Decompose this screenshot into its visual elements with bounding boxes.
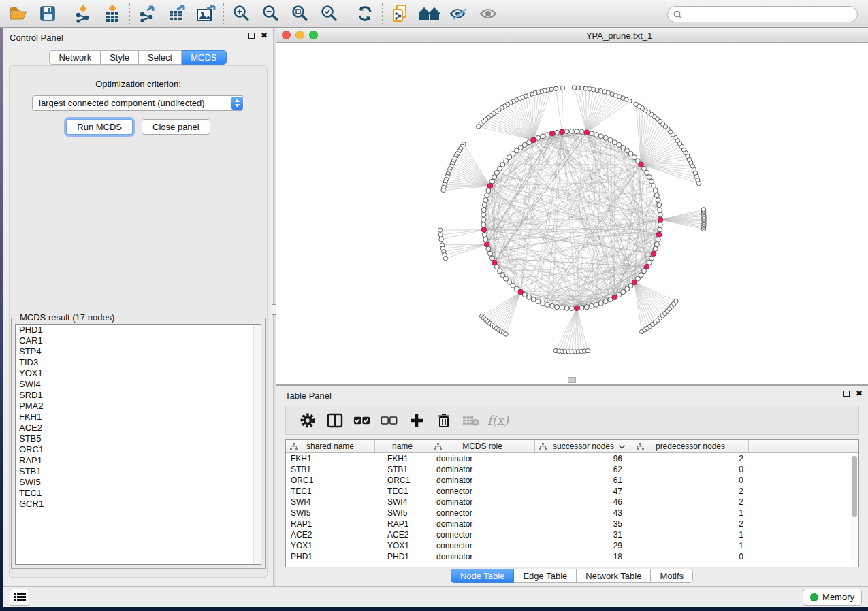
mcds-node[interactable] [632,280,637,285]
table-cell[interactable]: dominator [430,464,535,475]
home-panels-button[interactable] [415,2,444,25]
column-header-predecessor-nodes[interactable]: predecessor nodes [632,440,749,453]
table-cell[interactable]: PHD1 [375,551,430,562]
canvas-splitter-handle[interactable] [568,377,576,383]
zoom-in-button[interactable] [227,2,256,25]
graph-node[interactable] [504,332,508,336]
mcds-result-item[interactable]: STB1 [16,466,261,477]
graph-node[interactable] [564,306,569,310]
table-row[interactable]: ACE2ACE2connector311 [286,529,858,540]
table-cell[interactable]: FKH1 [286,453,375,464]
graph-node[interactable] [485,193,489,198]
function-builder-button[interactable]: f(x) [489,412,507,429]
table-cell[interactable]: 18 [535,551,632,562]
graph-node[interactable] [598,301,603,306]
table-cell[interactable]: SWI4 [375,497,430,508]
mcds-result-item[interactable]: SRD1 [16,390,261,401]
zoom-selected-button[interactable] [315,2,344,25]
column-header-name[interactable]: name [375,440,430,453]
graph-node[interactable] [603,299,608,304]
tab-select[interactable]: Select [139,50,182,65]
table-cell[interactable]: RAP1 [286,518,375,529]
table-cell[interactable]: SWI4 [286,497,375,508]
table-cell[interactable]: connector [430,540,535,551]
graph-node[interactable] [654,193,659,198]
mcds-node[interactable] [531,137,536,143]
table-row[interactable]: FKH1FKH1dominator962 [286,453,858,464]
table-cell[interactable]: TEC1 [375,486,430,497]
search-input[interactable] [686,10,857,19]
graph-node[interactable] [634,102,638,106]
graph-node[interactable] [584,305,589,310]
table-cell[interactable]: ACE2 [286,529,375,540]
graph-node[interactable] [481,208,486,212]
table-cell[interactable]: 2 [632,453,749,464]
graph-node[interactable] [649,256,654,261]
mcds-node[interactable] [584,130,590,135]
mcds-node[interactable] [518,289,524,295]
graph-node[interactable] [674,299,678,303]
import-table-button[interactable] [97,2,127,25]
graph-node[interactable] [658,227,662,232]
mcds-node[interactable] [644,264,649,269]
table-cell[interactable]: connector [430,529,535,540]
mcds-result-item[interactable]: PHD1 [16,325,261,335]
global-search-field[interactable] [667,6,858,22]
select-all-button[interactable] [353,412,370,429]
graph-node[interactable] [531,297,536,302]
graph-node[interactable] [639,273,643,278]
column-header-mcds-role[interactable]: MCDS role [430,440,535,453]
show-all-button[interactable] [473,2,502,25]
graph-node[interactable] [536,299,541,304]
graph-node[interactable] [483,237,488,242]
table-cell[interactable]: 43 [535,508,632,518]
mcds-result-item[interactable]: YOX1 [16,368,261,379]
close-panel-icon[interactable]: ✖ [261,33,268,39]
import-network-button[interactable] [68,2,97,25]
graph-node[interactable] [555,305,560,310]
mcds-node[interactable] [658,217,663,222]
graph-node[interactable] [575,129,579,134]
float-panel-icon[interactable] [248,33,255,39]
graph-node[interactable] [658,222,662,227]
table-row[interactable]: PHD1PHD1dominator180 [286,551,858,562]
graph-node[interactable] [482,232,487,237]
mcds-result-item[interactable]: CAR1 [16,335,261,346]
window-minimize-icon[interactable] [295,31,304,39]
tab-motifs[interactable]: Motifs [651,569,693,583]
graph-node[interactable] [487,251,492,256]
graph-node[interactable] [656,237,660,242]
network-canvas[interactable] [276,43,868,384]
graph-node[interactable] [481,222,486,227]
graph-node[interactable] [527,295,532,299]
mcds-result-item[interactable]: ACE2 [16,423,261,433]
graph-node[interactable] [481,212,486,217]
mcds-result-item[interactable]: SWI5 [16,477,261,488]
mcds-node[interactable] [612,295,617,300]
task-history-button[interactable] [10,589,29,606]
float-table-panel-icon[interactable] [843,391,850,397]
table-cell[interactable]: SWI5 [286,508,375,518]
graph-node[interactable] [553,86,558,90]
graph-node[interactable] [518,146,523,150]
deselect-all-button[interactable] [381,412,398,429]
table-cell[interactable]: dominator [430,551,535,562]
graph-node[interactable] [570,306,575,311]
mcds-node[interactable] [656,232,662,237]
mcds-list-scrollbar[interactable] [253,325,261,564]
tab-network-table[interactable]: Network Table [577,569,651,583]
delete-column-button[interactable] [435,412,452,429]
table-cell[interactable]: 1 [632,540,749,551]
table-row[interactable]: SWI5SWI5connector431 [286,508,858,518]
graph-node[interactable] [654,242,659,247]
graph-node[interactable] [570,129,575,134]
graph-node[interactable] [477,125,481,129]
table-cell[interactable]: PHD1 [286,551,375,562]
graph-node[interactable] [441,188,445,192]
table-settings-button[interactable] [299,412,316,429]
graph-node[interactable] [572,86,576,90]
table-cell[interactable]: dominator [430,475,535,486]
graph-node[interactable] [438,233,443,237]
mcds-result-item[interactable]: RAP1 [16,455,261,466]
mcds-result-item[interactable]: SWI4 [16,379,261,390]
